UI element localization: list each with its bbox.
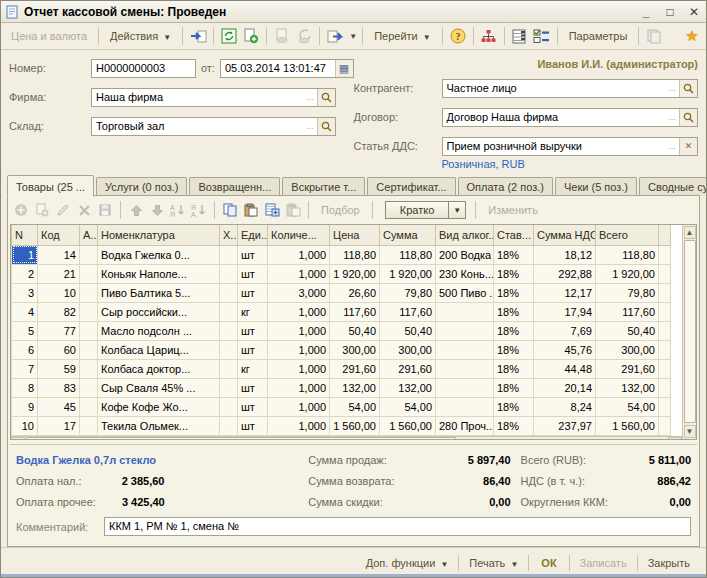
column-header[interactable]: Став... xyxy=(494,225,534,245)
favorites-star-icon[interactable]: ★ xyxy=(682,26,702,46)
table-cell[interactable]: 18,12 xyxy=(534,245,596,264)
contractor-ellipsis-button[interactable]: ... xyxy=(665,80,679,97)
table-cell[interactable]: 83 xyxy=(38,378,80,397)
column-header[interactable]: N xyxy=(12,225,38,245)
table-cell[interactable] xyxy=(80,340,98,359)
tab-2[interactable]: Возвращенн... xyxy=(189,177,280,196)
table-cell[interactable]: Водка Гжелка 0... xyxy=(98,245,220,264)
table-cell[interactable] xyxy=(220,397,238,416)
dds-field[interactable]: Прием розничной выручки ... ✕ xyxy=(442,137,699,156)
table-cell[interactable]: 237,97 xyxy=(534,416,596,435)
table-cell[interactable]: Сыр российски... xyxy=(98,302,220,321)
table-cell[interactable] xyxy=(220,340,238,359)
contractor-lens-icon[interactable] xyxy=(679,80,697,97)
tab-0[interactable]: Товары (25 ... xyxy=(7,175,94,197)
tab-5[interactable]: Оплата (2 поз.) xyxy=(458,177,553,196)
contractor-field[interactable]: Частное лицо ... xyxy=(442,79,699,98)
table-cell[interactable]: 18% xyxy=(494,264,534,283)
firm-field[interactable]: Наша фирма ... xyxy=(91,88,336,107)
table-cell[interactable]: шт xyxy=(238,397,268,416)
table-cell[interactable]: 18% xyxy=(494,302,534,321)
table-cell[interactable]: шт xyxy=(238,264,268,283)
table-cell[interactable]: 1,000 xyxy=(268,245,330,264)
revert-icon[interactable] xyxy=(294,26,314,46)
column-header[interactable]: Х... xyxy=(220,225,238,245)
table-cell[interactable]: 45 xyxy=(38,397,80,416)
move-down-icon[interactable] xyxy=(148,201,166,219)
refresh-icon[interactable] xyxy=(219,26,239,46)
table-cell[interactable]: 1 560,00 xyxy=(596,416,659,435)
table-cell[interactable]: 17 xyxy=(38,416,80,435)
table-cell[interactable]: кг xyxy=(238,359,268,378)
table-cell[interactable] xyxy=(436,378,494,397)
table-cell[interactable]: 4 xyxy=(12,302,38,321)
edit-icon[interactable] xyxy=(54,201,72,219)
table-cell[interactable]: 132,00 xyxy=(380,378,436,397)
go-dropdown-caret[interactable]: ▼ xyxy=(349,32,357,41)
ok-button[interactable]: ОК xyxy=(531,553,566,573)
table-cell[interactable]: 6 xyxy=(12,340,38,359)
go-icon[interactable] xyxy=(325,26,345,46)
table-cell[interactable] xyxy=(80,245,98,264)
goto-menu[interactable]: Перейти ▼ xyxy=(368,27,437,45)
copy-rows-icon[interactable] xyxy=(263,201,281,219)
table-cell[interactable] xyxy=(436,359,494,378)
column-header[interactable]: Вид алког... xyxy=(436,225,494,245)
help-icon[interactable]: ? xyxy=(448,26,468,46)
scroll-left-icon[interactable]: ◄ xyxy=(11,437,25,439)
sort-desc-icon[interactable]: ЯА xyxy=(190,201,208,219)
column-header[interactable]: Код xyxy=(38,225,80,245)
table-cell[interactable]: 117,60 xyxy=(330,302,380,321)
table-cell[interactable]: 18% xyxy=(494,245,534,264)
copy-icon[interactable] xyxy=(221,201,239,219)
column-header[interactable]: Цена xyxy=(330,225,380,245)
print-button[interactable]: Печать ▼ xyxy=(461,553,526,573)
table-cell[interactable]: Масло подсолн ... xyxy=(98,321,220,340)
price-type-link[interactable]: Розничная, RUB xyxy=(442,158,699,170)
table-cell[interactable]: 45,76 xyxy=(534,340,596,359)
table-cell[interactable] xyxy=(80,359,98,378)
table-cell[interactable]: 300,00 xyxy=(330,340,380,359)
firm-lens-icon[interactable] xyxy=(317,89,335,106)
table-row[interactable]: 883Сыр Сваля 45% ...шт1,000132,00132,001… xyxy=(12,378,671,397)
table-cell[interactable]: 79,80 xyxy=(596,283,659,302)
table-cell[interactable]: шт xyxy=(238,283,268,302)
table-cell[interactable]: 82 xyxy=(38,302,80,321)
column-header[interactable]: Количе... xyxy=(268,225,330,245)
table-cell[interactable]: Колбаса доктор... xyxy=(98,359,220,378)
actions-menu[interactable]: Действия ▼ xyxy=(104,27,177,45)
table-cell[interactable]: Кофе Кофе Жо... xyxy=(98,397,220,416)
table-cell[interactable]: 230 Конь... xyxy=(436,264,494,283)
vscroll-thumb[interactable] xyxy=(684,240,696,423)
table-cell[interactable] xyxy=(436,321,494,340)
tab-4[interactable]: Сертификат... xyxy=(367,177,455,196)
table-cell[interactable]: 17,94 xyxy=(534,302,596,321)
table-cell[interactable]: 1 560,00 xyxy=(380,416,436,435)
contract-lens-icon[interactable] xyxy=(679,109,697,126)
save-button[interactable]: Записать xyxy=(572,553,635,573)
table-cell[interactable]: 1 xyxy=(12,245,38,264)
table-cell[interactable]: 50,40 xyxy=(330,321,380,340)
column-header[interactable]: А.. xyxy=(80,225,98,245)
table-cell[interactable]: 1,000 xyxy=(268,359,330,378)
table-cell[interactable] xyxy=(220,416,238,435)
minimize-button[interactable]: _ xyxy=(638,5,654,19)
table-row[interactable]: 114Водка Гжелка 0...шт1,000118,80118,802… xyxy=(12,245,671,264)
table-cell[interactable]: 1 920,00 xyxy=(330,264,380,283)
kratko-dropdown-button[interactable]: ▼ xyxy=(449,201,466,219)
tab-3[interactable]: Вскрытие т... xyxy=(282,177,365,196)
dds-ellipsis-button[interactable]: ... xyxy=(665,138,679,155)
table-cell[interactable]: 117,60 xyxy=(596,302,659,321)
table-cell[interactable]: 5 xyxy=(12,321,38,340)
table-cell[interactable]: 3,000 xyxy=(268,283,330,302)
hscroll-thumb[interactable] xyxy=(26,437,456,439)
table-row[interactable]: 660Колбаса Цариц...шт1,000300,00300,0018… xyxy=(12,340,671,359)
table-cell[interactable]: Текила Ольмек... xyxy=(98,416,220,435)
contract-ellipsis-button[interactable]: ... xyxy=(665,109,679,126)
scroll-down-icon[interactable]: ▼ xyxy=(684,425,696,438)
table-cell[interactable]: 54,00 xyxy=(596,397,659,416)
kratko-button[interactable]: Кратко xyxy=(385,201,450,219)
table-cell[interactable]: 1,000 xyxy=(268,264,330,283)
table-cell[interactable]: 50,40 xyxy=(596,321,659,340)
table-cell[interactable] xyxy=(80,321,98,340)
